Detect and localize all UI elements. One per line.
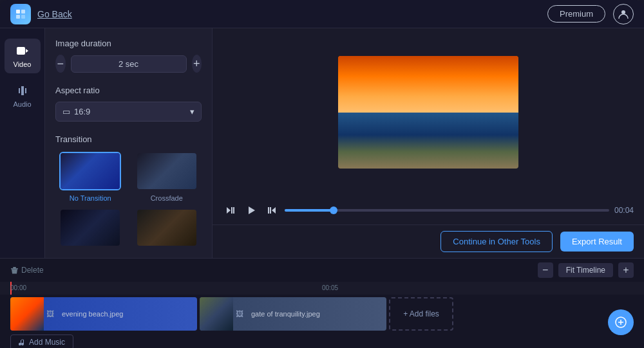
zoom-out-button[interactable]: − xyxy=(538,262,553,278)
svg-point-4 xyxy=(621,10,625,14)
timeline-tracks: 🖼 evening beach.jpeg 🖼 gate of tranquili… xyxy=(0,295,644,348)
main-content: Video Audio Image duration − + Aspect ra… xyxy=(0,28,644,258)
svg-rect-0 xyxy=(16,10,20,14)
transition-item-3[interactable] xyxy=(55,208,126,251)
duration-increase-button[interactable]: + xyxy=(192,55,202,73)
video-icon xyxy=(15,44,30,58)
svg-rect-13 xyxy=(268,207,269,214)
skip-back-button[interactable] xyxy=(223,203,238,218)
clip-beach-thumbnail xyxy=(10,297,44,331)
transition-4-thumb xyxy=(136,208,198,247)
no-transition-thumb xyxy=(59,152,121,190)
app-icon xyxy=(10,4,31,24)
video-frame-inner xyxy=(338,56,518,169)
delete-button[interactable]: Delete xyxy=(10,266,44,275)
aspect-ratio-icon: ▭ xyxy=(62,107,70,116)
chevron-down-icon: ▾ xyxy=(190,107,194,116)
time-display: 00:04 xyxy=(614,206,634,215)
clip-beach[interactable]: 🖼 evening beach.jpeg xyxy=(10,297,197,331)
svg-rect-9 xyxy=(233,207,234,214)
add-files-label: + Add files xyxy=(403,309,439,318)
video-label: Video xyxy=(14,60,32,68)
crossfade-thumb xyxy=(136,152,198,190)
clip-gate-icon: 🖼 xyxy=(233,307,246,321)
go-back-link[interactable]: Go Back xyxy=(37,9,72,19)
timeline-wrapper: Delete − Fit Timeline + 00:00 00:05 xyxy=(0,258,644,348)
video-frame xyxy=(338,56,518,169)
svg-rect-15 xyxy=(13,267,16,268)
duration-decrease-button[interactable]: − xyxy=(55,55,66,73)
audio-track: Add Music xyxy=(10,334,634,348)
timeline-toolbar: Delete − Fit Timeline + xyxy=(0,259,644,282)
timeline-ruler: 00:00 00:05 xyxy=(0,282,644,295)
audio-label: Audio xyxy=(13,100,31,108)
sidebar-item-video[interactable]: Video xyxy=(5,39,41,73)
premium-button[interactable]: Premium xyxy=(547,5,605,23)
aspect-ratio-value: 16:9 xyxy=(74,107,90,116)
duration-input[interactable] xyxy=(71,55,187,73)
ruler-start: 00:00 xyxy=(10,284,26,291)
ruler-mid: 00:05 xyxy=(322,284,338,291)
clip-gate-thumbnail xyxy=(200,297,233,331)
clip-beach-icon: 🖼 xyxy=(44,307,57,321)
svg-rect-12 xyxy=(270,207,271,214)
account-icon[interactable] xyxy=(613,4,634,24)
chat-icon xyxy=(614,316,627,329)
action-buttons-row: Continue in Other Tools Export Result xyxy=(213,224,644,258)
controls-bar: 00:04 xyxy=(213,196,644,224)
progress-dot xyxy=(330,206,337,214)
svg-marker-6 xyxy=(26,49,28,53)
header-left: Go Back xyxy=(10,4,72,24)
clip-gate[interactable]: 🖼 gate of tranquility.jpeg xyxy=(200,297,386,331)
svg-rect-14 xyxy=(11,268,18,270)
progress-fill xyxy=(285,209,334,212)
no-transition-label: No Transition xyxy=(70,194,111,202)
delete-label: Delete xyxy=(21,266,44,275)
svg-rect-8 xyxy=(231,207,232,214)
fit-timeline-button[interactable]: Fit Timeline xyxy=(558,263,613,277)
timeline-toolbar-right: − Fit Timeline + xyxy=(538,262,634,278)
clip-gate-label: gate of tranquility.jpeg xyxy=(246,310,386,318)
skip-back-icon xyxy=(225,205,236,215)
svg-rect-3 xyxy=(21,15,25,19)
skip-forward-icon xyxy=(267,205,277,215)
transition-item-4[interactable] xyxy=(132,208,202,251)
continue-button[interactable]: Continue in Other Tools xyxy=(440,231,553,252)
aspect-ratio-title: Aspect ratio xyxy=(55,86,202,95)
transition-grid: No Transition Crossfade xyxy=(55,152,202,251)
timeline-toolbar-left: Delete xyxy=(10,266,44,275)
chat-button[interactable] xyxy=(608,309,634,335)
nav-sidebar: Video Audio xyxy=(0,28,45,258)
play-button[interactable] xyxy=(243,203,259,218)
transition-title: Transition xyxy=(55,134,202,144)
sidebar-item-audio[interactable]: Audio xyxy=(5,78,41,113)
svg-rect-2 xyxy=(16,15,20,19)
add-files-button[interactable]: + Add files xyxy=(389,297,453,331)
duration-control: − + xyxy=(55,55,202,73)
app-container: Go Back Premium Video xyxy=(0,0,644,348)
zoom-in-button[interactable]: + xyxy=(618,262,634,278)
progress-bar[interactable] xyxy=(285,209,609,212)
video-preview xyxy=(213,28,644,196)
play-icon xyxy=(246,205,256,215)
add-music-label: Add Music xyxy=(29,338,65,347)
audio-icon xyxy=(15,84,30,98)
transition-item-no-transition[interactable]: No Transition xyxy=(55,152,126,202)
trash-icon xyxy=(10,266,19,275)
clip-beach-label: evening beach.jpeg xyxy=(57,310,197,318)
add-music-button[interactable]: Add Music xyxy=(10,334,73,348)
svg-rect-1 xyxy=(21,10,25,14)
beach-layer xyxy=(338,113,518,169)
svg-marker-10 xyxy=(249,206,255,214)
crossfade-label: Crossfade xyxy=(151,194,183,202)
svg-marker-11 xyxy=(272,207,276,214)
preview-area: 00:04 Continue in Other Tools Export Res… xyxy=(213,28,644,258)
transition-item-crossfade[interactable]: Crossfade xyxy=(132,152,202,202)
image-duration-title: Image duration xyxy=(55,39,202,48)
timeline-area: Delete − Fit Timeline + 00:00 00:05 xyxy=(0,258,644,348)
aspect-ratio-select[interactable]: ▭ 16:9 ▾ xyxy=(55,102,202,122)
header: Go Back Premium xyxy=(0,0,644,28)
export-button[interactable]: Export Result xyxy=(560,232,634,252)
skip-forward-button[interactable] xyxy=(264,203,279,218)
settings-panel: Image duration − + Aspect ratio ▭ 16:9 ▾… xyxy=(45,28,213,258)
